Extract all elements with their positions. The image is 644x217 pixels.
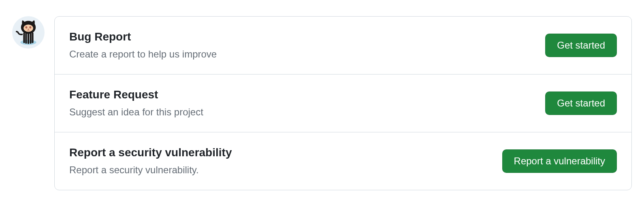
svg-point-6: [30, 27, 31, 27]
template-title: Report a security vulnerability: [69, 145, 232, 160]
svg-point-4: [30, 26, 31, 29]
template-text: Bug Report Create a report to help us im…: [69, 30, 217, 61]
templates-list: Bug Report Create a report to help us im…: [54, 16, 632, 190]
avatar: [12, 16, 45, 49]
template-item-security-vulnerability: Report a security vulnerability Report a…: [55, 132, 631, 190]
template-description: Report a security vulnerability.: [69, 163, 232, 177]
svg-point-5: [26, 27, 27, 27]
report-vulnerability-button[interactable]: Report a vulnerability: [502, 149, 617, 173]
get-started-button[interactable]: Get started: [545, 91, 617, 115]
template-text: Feature Request Suggest an idea for this…: [69, 87, 203, 119]
octocat-icon: [14, 17, 43, 47]
template-description: Create a report to help us improve: [69, 47, 217, 61]
issue-template-chooser: Bug Report Create a report to help us im…: [12, 16, 632, 190]
template-title: Feature Request: [69, 87, 203, 102]
template-item-bug-report: Bug Report Create a report to help us im…: [55, 17, 631, 74]
template-title: Bug Report: [69, 30, 217, 44]
svg-point-3: [26, 26, 27, 29]
template-text: Report a security vulnerability Report a…: [69, 145, 232, 177]
template-description: Suggest an idea for this project: [69, 105, 203, 119]
template-item-feature-request: Feature Request Suggest an idea for this…: [55, 74, 631, 132]
get-started-button[interactable]: Get started: [545, 34, 617, 57]
svg-point-7: [28, 29, 29, 30]
